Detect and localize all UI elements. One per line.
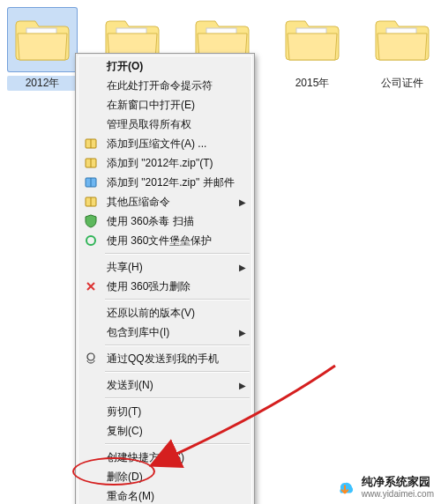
folder-2012[interactable]: 2012年 — [7, 7, 78, 91]
qq-icon — [84, 352, 98, 366]
menu-separator — [105, 371, 250, 373]
folder-icon — [374, 18, 430, 62]
folder-icon — [14, 18, 71, 62]
svg-point-14 — [87, 353, 94, 360]
menu-qq-send-phone[interactable]: 通过QQ发送到我的手机 — [78, 349, 251, 368]
menu-include-in-library[interactable]: 包含到库中(I)▶ — [78, 322, 251, 342]
desktop: 2012年 — [0, 0, 441, 504]
menu-360-fort[interactable]: 使用 360文件堡垒保护 — [78, 231, 251, 250]
folder-label: 公司证件 — [367, 76, 437, 91]
menu-send-to[interactable]: 发送到(N)▶ — [78, 375, 251, 395]
watermark: 纯净系统家园 www.yidaimei.com — [333, 476, 434, 499]
menu-add-to-zip-email[interactable]: 添加到 "2012年.zip" 并邮件 — [78, 173, 251, 192]
menu-360-force-delete[interactable]: 使用 360强力删除 — [78, 277, 251, 296]
folder-label: 2015年 — [277, 76, 348, 91]
folder-label: 2012年 — [7, 76, 78, 91]
menu-separator — [105, 397, 250, 399]
watermark-title: 纯净系统家园 — [362, 476, 434, 488]
menu-rename[interactable]: 重命名(M) — [78, 486, 251, 504]
ring-icon — [84, 233, 98, 248]
menu-add-to-zip[interactable]: 添加到 "2012年.zip"(T) — [78, 153, 251, 173]
menu-separator — [105, 299, 250, 300]
menu-create-shortcut[interactable]: 创建快捷方式(S) — [78, 448, 251, 467]
folder-cert[interactable]: 公司证件 — [367, 7, 437, 91]
archive-icon — [84, 195, 98, 209]
delete-icon — [84, 279, 98, 293]
menu-open-cmd-here[interactable]: 在此处打开命令提示符 — [78, 76, 251, 95]
menu-separator — [105, 345, 250, 346]
menu-360-scan[interactable]: 使用 360杀毒 扫描 — [78, 211, 251, 231]
archive-mail-icon — [84, 175, 98, 189]
menu-open[interactable]: 打开(O) — [78, 56, 251, 76]
menu-delete[interactable]: 删除(D) — [78, 467, 251, 486]
menu-share[interactable]: 共享(H)▶ — [78, 257, 251, 277]
menu-separator — [105, 253, 250, 255]
menu-open-new-window[interactable]: 在新窗口中打开(E) — [78, 95, 251, 115]
folder-icon — [284, 18, 340, 62]
shield-icon — [84, 214, 98, 228]
menu-add-to-archive[interactable]: 添加到压缩文件(A) ... — [78, 134, 251, 153]
archive-icon — [84, 137, 98, 151]
menu-other-archive[interactable]: 其他压缩命令▶ — [78, 192, 251, 211]
archive-icon — [84, 156, 98, 170]
cloud-download-icon — [333, 476, 356, 499]
context-menu: 打开(O) 在此处打开命令提示符 在新窗口中打开(E) 管理员取得所有权 添加到… — [75, 53, 255, 504]
watermark-url: www.yidaimei.com — [362, 489, 434, 499]
menu-cut[interactable]: 剪切(T) — [78, 402, 251, 421]
menu-copy[interactable]: 复制(C) — [78, 421, 251, 441]
menu-take-ownership[interactable]: 管理员取得所有权 — [78, 115, 251, 134]
folder-2015[interactable]: 2015年 — [277, 7, 348, 91]
menu-separator — [105, 443, 250, 445]
svg-point-13 — [86, 236, 95, 245]
menu-restore-version[interactable]: 还原以前的版本(V) — [78, 303, 251, 322]
